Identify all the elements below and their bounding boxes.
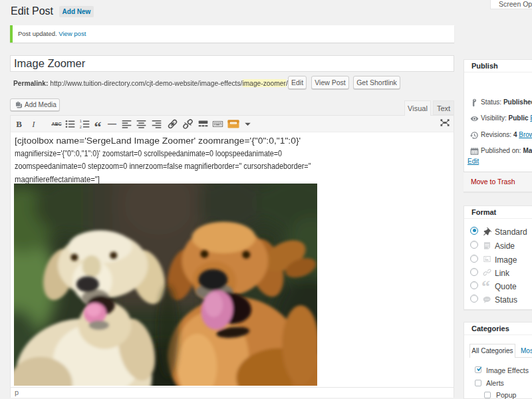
svg-text:1: 1 [80,119,82,123]
svg-text:2: 2 [80,125,82,129]
